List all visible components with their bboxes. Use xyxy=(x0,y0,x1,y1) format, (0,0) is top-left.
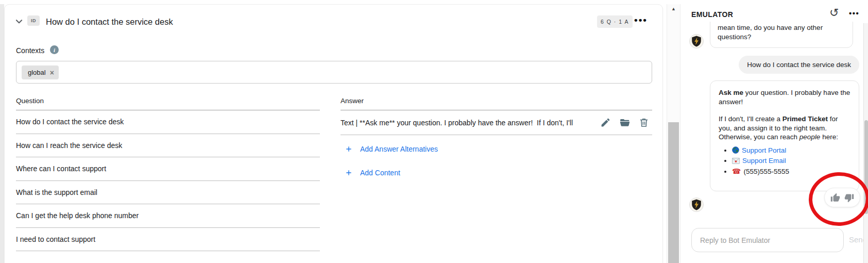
scrollbar-thumb[interactable] xyxy=(668,122,679,263)
question-row[interactable]: What is the support email xyxy=(16,181,320,205)
email-icon xyxy=(732,157,740,167)
answer-row[interactable]: Text | **Ask me** your question. I proba… xyxy=(341,110,652,135)
plus-icon xyxy=(345,145,353,153)
context-chip-global[interactable]: global × xyxy=(22,65,59,79)
question-text: Can I get the help desk phone number xyxy=(16,211,139,220)
answer-text: Text | **Ask me** your question. I proba… xyxy=(341,119,595,127)
question-text: What is the support email xyxy=(16,188,97,196)
chip-remove-icon[interactable]: × xyxy=(50,69,54,76)
answer-paragraph-1: Ask me your question. I probably have th… xyxy=(719,88,850,106)
collapse-chevron-icon[interactable] xyxy=(13,16,25,27)
question-row[interactable]: Can I get the help desk phone number xyxy=(16,204,320,228)
reply-input[interactable] xyxy=(691,228,844,252)
contact-options-list: Support Portal Support Email ☎(555)555-5… xyxy=(719,146,850,176)
emulator-title: EMULATOR xyxy=(691,10,733,19)
contexts-label: Contexts xyxy=(16,46,44,55)
bot-message-partial: mean time, do you have any other questio… xyxy=(710,22,853,48)
question-list: How do I contact the service desk How ca… xyxy=(16,110,320,251)
id-badge: ID xyxy=(27,15,40,26)
bot-message-text: mean time, do you have any other questio… xyxy=(718,24,823,41)
bot-logo-icon xyxy=(691,199,702,210)
bot-logo-icon xyxy=(691,36,702,47)
list-item: Support Email xyxy=(732,156,850,167)
add-content-button[interactable]: Add Content xyxy=(345,169,400,177)
faq-overflow-menu-icon[interactable]: ••• xyxy=(634,15,648,25)
trash-icon[interactable] xyxy=(639,117,649,128)
answer-paragraph-2: If I don't, I'll create a Primed Ticket … xyxy=(719,114,850,142)
question-row[interactable]: How can I reach the service desk xyxy=(16,134,320,158)
support-email-link[interactable]: Support Email xyxy=(742,157,786,165)
question-text: How can I reach the service desk xyxy=(16,141,122,150)
phone-icon: ☎ xyxy=(732,167,741,175)
reset-conversation-icon[interactable]: ↺ xyxy=(829,6,839,20)
question-text: I need to contact support xyxy=(16,235,95,243)
add-content-label: Add Content xyxy=(360,169,400,177)
info-icon[interactable]: i xyxy=(50,45,59,54)
list-item: Support Portal xyxy=(732,146,850,156)
user-message: How do I contact the service desk xyxy=(739,56,859,74)
plus-icon xyxy=(345,169,353,177)
question-row[interactable]: I need to contact support xyxy=(16,228,320,252)
scroll-up-arrow-icon[interactable]: ▲ xyxy=(667,6,680,11)
main-vertical-scrollbar[interactable]: ▲ xyxy=(667,4,680,263)
faq-card: ID How do I contact the service desk 6 Q… xyxy=(4,4,663,263)
page-left-gutter xyxy=(0,4,4,263)
question-column-header: Question xyxy=(16,97,44,105)
question-text: Where can I contact support xyxy=(16,165,106,173)
question-row[interactable]: How do I contact the service desk xyxy=(16,110,320,134)
user-message-text: How do I contact the service desk xyxy=(747,61,851,69)
question-text: How do I contact the service desk xyxy=(16,118,124,126)
add-answer-alternatives-label: Add Answer Alternatives xyxy=(360,145,438,153)
bot-avatar xyxy=(689,34,704,48)
faq-title: How do I contact the service desk xyxy=(46,17,173,27)
question-answer-count-badge: 6 Q · 1 A xyxy=(597,15,633,28)
add-answer-alternatives-button[interactable]: Add Answer Alternatives xyxy=(345,145,438,153)
support-phone-number: (555)555-5555 xyxy=(743,168,789,175)
globe-icon xyxy=(732,146,739,156)
emulator-overflow-menu-icon[interactable]: ••• xyxy=(849,9,859,18)
bot-avatar xyxy=(689,198,704,212)
emulator-vertical-scrollbar[interactable] xyxy=(863,23,868,263)
answer-column-header: Answer xyxy=(341,97,364,105)
context-chip-label: global xyxy=(28,69,46,76)
folder-icon[interactable] xyxy=(619,117,631,128)
support-portal-link[interactable]: Support Portal xyxy=(742,146,786,154)
edit-pencil-icon[interactable] xyxy=(600,117,611,128)
question-row[interactable]: Where can I contact support xyxy=(16,157,320,181)
contexts-input[interactable]: global × xyxy=(16,61,652,84)
emulator-panel: EMULATOR ↺ ••• mean time, do you have an… xyxy=(685,0,868,263)
